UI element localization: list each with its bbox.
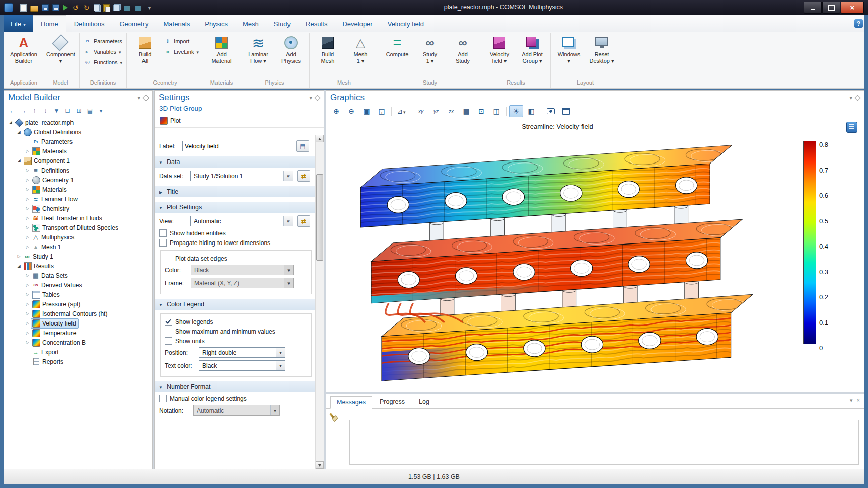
messages-close-icon[interactable]: ×: [857, 397, 860, 404]
tree-expanded-icon[interactable]: [7, 120, 14, 125]
reactor-3d-plot[interactable]: [336, 135, 782, 384]
dropdown-icon[interactable]: [146, 4, 153, 12]
open-icon[interactable]: [30, 6, 38, 12]
scroll-up-button[interactable]: [316, 135, 324, 142]
messages-tab-log[interactable]: Log: [412, 396, 436, 408]
tree-collapsed-icon[interactable]: [24, 292, 31, 297]
ribbon-import-button[interactable]: Import: [162, 37, 200, 45]
tree-node-heat-transfer-in-fluids[interactable]: Heat Transfer in Fluids: [4, 213, 152, 223]
tree-expanded-icon[interactable]: [16, 264, 22, 268]
ribbon-variables-button[interactable]: Variables: [82, 47, 124, 56]
tree-collapsed-icon[interactable]: [24, 206, 31, 211]
ribbon-windows-button[interactable]: Windows▾: [553, 34, 585, 64]
up-button[interactable]: ↑: [30, 106, 39, 115]
scrollbar-thumb[interactable]: [316, 174, 323, 261]
back-button[interactable]: ←: [8, 106, 17, 115]
model-builder-menu-icon[interactable]: ▾: [137, 95, 140, 101]
zoom-extents-button[interactable]: ▣: [359, 105, 374, 117]
tree-collapsed-icon[interactable]: [24, 187, 31, 192]
tree-node-materials[interactable]: Materials: [4, 146, 152, 156]
tree-node-definitions[interactable]: Definitions: [4, 166, 152, 175]
ribbon-velocity-field-button[interactable]: Velocityfield ▾: [484, 34, 515, 64]
tree-node-velocity-field[interactable]: Velocity field: [4, 318, 152, 328]
ribbon-study-1-button[interactable]: Study1 ▾: [414, 34, 446, 64]
tree-node-export[interactable]: Export: [4, 347, 152, 357]
view-goto-source-button[interactable]: ⇄: [297, 215, 310, 227]
ribbon-component-button[interactable]: Component▾: [45, 34, 77, 64]
rename-button[interactable]: ▤: [296, 140, 309, 152]
show-max-min-checkbox[interactable]: Show maximum and minimum values: [165, 328, 307, 335]
ribbon-add-material-button[interactable]: AddMaterial: [206, 34, 237, 64]
tree-collapsed-icon[interactable]: [24, 197, 31, 201]
tab-materials[interactable]: Materials: [156, 15, 197, 32]
tab-mesh[interactable]: Mesh: [235, 15, 266, 32]
tree-collapsed-icon[interactable]: [24, 273, 31, 278]
ribbon-mesh-1-button[interactable]: Mesh1 ▾: [345, 34, 376, 64]
settings-pin-icon[interactable]: [314, 95, 321, 101]
tab-home[interactable]: Home: [33, 15, 66, 33]
maximize-button[interactable]: [822, 2, 840, 14]
messages-tab-messages[interactable]: Messages: [330, 396, 372, 409]
tab-velocity-field[interactable]: Velocity field: [380, 15, 431, 32]
transparency-button[interactable]: ◧: [524, 105, 538, 117]
tree-node-plate-reactor-mph[interactable]: plate_reactor.mph: [4, 118, 152, 127]
ribbon-application-builder-button[interactable]: ApplicationBuilder: [8, 34, 39, 64]
tree-collapsed-icon[interactable]: [24, 321, 31, 326]
print-button[interactable]: [559, 105, 573, 117]
checkbox-icon[interactable]: [159, 239, 167, 247]
tab-definitions[interactable]: Definitions: [66, 15, 112, 32]
view-yz-button[interactable]: yz: [429, 105, 443, 117]
tree-node-mesh-1[interactable]: Mesh 1: [4, 242, 152, 252]
checkbox-icon[interactable]: [165, 337, 172, 345]
section-header-color-legend[interactable]: Color Legend: [155, 299, 316, 310]
tree-collapsed-icon[interactable]: [24, 235, 31, 239]
show-hidden-entities-checkbox[interactable]: Show hidden entities: [159, 229, 312, 237]
ribbon-laminar-flow-button[interactable]: LaminarFlow ▾: [243, 34, 274, 64]
tab-developer[interactable]: Developer: [335, 15, 380, 32]
tree-collapsed-icon[interactable]: [24, 149, 31, 153]
tree-collapsed-icon[interactable]: [24, 168, 31, 173]
close-button[interactable]: ×: [841, 2, 864, 14]
tree-collapsed-icon[interactable]: [24, 311, 31, 316]
screenshot-button[interactable]: [544, 105, 558, 117]
tree-node-component-1[interactable]: Component 1: [4, 156, 152, 166]
zoom-out-button[interactable]: ⊖: [344, 105, 358, 117]
settings-menu-icon[interactable]: ▾: [309, 95, 312, 101]
tree-node-geometry-1[interactable]: Geometry 1: [4, 175, 152, 185]
new-icon[interactable]: [20, 4, 27, 12]
tree-node-reports[interactable]: Reports: [4, 357, 152, 366]
combo-arrow-icon[interactable]: [283, 216, 293, 226]
down-button[interactable]: ↓: [41, 106, 50, 115]
dataset-combo[interactable]: Study 1/Solution 1: [190, 171, 293, 181]
tab-results[interactable]: Results: [298, 15, 335, 32]
graphics-menu-icon[interactable]: ▾: [849, 95, 852, 101]
tree-node-tables[interactable]: Tables: [4, 290, 152, 299]
duplicate-icon[interactable]: [113, 5, 120, 11]
tree-collapsed-icon[interactable]: [24, 283, 31, 287]
tree-collapsed-icon[interactable]: [24, 216, 31, 220]
tab-physics[interactable]: Physics: [197, 15, 235, 32]
goto-source-button[interactable]: ⇄: [297, 170, 310, 182]
zoom-selected-button[interactable]: ⊡: [474, 105, 488, 117]
section-header-number-format[interactable]: Number Format: [155, 381, 316, 392]
ribbon-build-all-button[interactable]: BuildAll: [129, 34, 161, 64]
plot-popout-icon[interactable]: [846, 122, 857, 133]
filter-button[interactable]: ▼: [52, 106, 61, 115]
show-legends-checkbox[interactable]: Show legends: [165, 318, 307, 326]
file-menu-button[interactable]: File: [4, 15, 33, 32]
table-icon[interactable]: [123, 4, 131, 12]
view-combo[interactable]: Automatic: [190, 216, 293, 226]
expand-all-button[interactable]: ⊞: [74, 106, 84, 115]
run-icon[interactable]: [63, 5, 68, 11]
tree-collapsed-icon[interactable]: [24, 302, 31, 306]
section-header-title[interactable]: Title: [155, 186, 316, 197]
collapse-all-button[interactable]: ⊟: [63, 106, 73, 115]
messages-tab-progress[interactable]: Progress: [373, 396, 411, 408]
show-units-checkbox[interactable]: Show units: [165, 337, 307, 345]
ribbon-reset-desktop-button[interactable]: ResetDesktop ▾: [586, 34, 617, 64]
tree-node-data-sets[interactable]: Data Sets: [4, 271, 152, 280]
tree-node-transport-of-diluted-species[interactable]: Transport of Diluted Species: [4, 223, 152, 232]
zoom-in-button[interactable]: ⊕: [329, 105, 343, 117]
tree-node-results[interactable]: Results: [4, 261, 152, 271]
tree-expanded-icon[interactable]: [16, 130, 22, 134]
